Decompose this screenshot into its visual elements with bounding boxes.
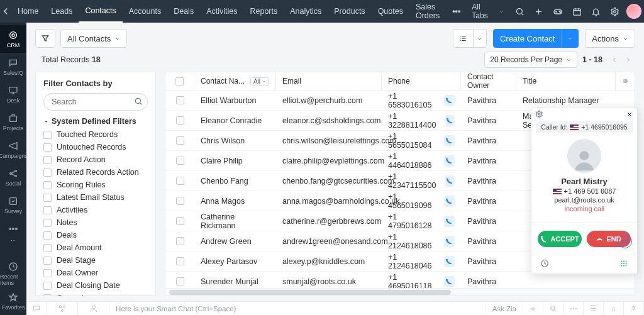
rail-social[interactable]: Social bbox=[0, 163, 26, 191]
back-icon[interactable] bbox=[0, 0, 11, 23]
smart-chat-input[interactable]: Here is your Smart Chat (Ctrl+Space) bbox=[109, 302, 486, 315]
filter-search-input[interactable] bbox=[43, 93, 148, 111]
nav-tab-quotes[interactable]: Quotes bbox=[372, 0, 409, 23]
records-per-page-dropdown[interactable]: 20 Records Per Page bbox=[484, 52, 577, 68]
col-title[interactable]: Title bbox=[516, 72, 616, 90]
row-checkbox[interactable] bbox=[165, 91, 194, 110]
filter-deals[interactable]: Deals bbox=[43, 229, 148, 241]
rail-favorites[interactable]: Favorites bbox=[0, 287, 26, 315]
list-layout-dropdown[interactable] bbox=[473, 29, 487, 48]
rail-projects[interactable]: Projects bbox=[0, 108, 26, 136]
nav-tab-activities[interactable]: Activities bbox=[200, 0, 243, 23]
row-checkbox[interactable] bbox=[165, 231, 194, 251]
phone-icon[interactable] bbox=[444, 276, 455, 287]
nav-tab-home[interactable]: Home bbox=[11, 0, 45, 23]
create-contact-dropdown[interactable] bbox=[562, 29, 579, 48]
rail-survey[interactable]: Survey bbox=[0, 191, 26, 219]
rail-...[interactable]: •••... bbox=[0, 219, 26, 246]
profile-avatar[interactable] bbox=[625, 3, 641, 20]
ask-zia[interactable]: Ask Zia bbox=[486, 302, 523, 315]
filter-record-action[interactable]: Record Action bbox=[43, 153, 148, 166]
sb-icon-2[interactable]: ⧉ bbox=[543, 302, 564, 315]
contacts-icon[interactable] bbox=[78, 302, 109, 315]
select-all-checkbox[interactable] bbox=[165, 72, 194, 90]
phone-icon[interactable] bbox=[444, 135, 455, 146]
search-icon[interactable] bbox=[512, 3, 528, 20]
prev-page-icon[interactable] bbox=[608, 53, 621, 67]
row-checkbox[interactable] bbox=[165, 272, 194, 288]
actions-dropdown[interactable]: Actions bbox=[585, 29, 635, 48]
phone-icon[interactable] bbox=[444, 196, 455, 207]
filter-notes[interactable]: Notes bbox=[43, 216, 148, 229]
col-email[interactable]: Email bbox=[276, 72, 382, 90]
rail-recent-items[interactable]: Recent Items bbox=[0, 260, 26, 287]
accept-call-button[interactable]: ACCEPT bbox=[538, 231, 582, 247]
sb-icon-5[interactable]: ⌂ bbox=[604, 302, 624, 315]
row-checkbox[interactable] bbox=[165, 211, 194, 231]
list-layout-button[interactable] bbox=[453, 29, 473, 48]
filter-deal-closing-date[interactable]: Deal Closing Date bbox=[43, 279, 148, 292]
view-selector[interactable]: All Contacts bbox=[60, 29, 127, 48]
rail-campaigns[interactable]: Campaigns bbox=[0, 136, 26, 163]
chats-icon[interactable] bbox=[26, 302, 47, 315]
phone-icon[interactable] bbox=[444, 256, 455, 267]
sb-icon-4[interactable]: ☰ bbox=[584, 302, 604, 315]
filter-section-header[interactable]: System Defined Filters bbox=[43, 117, 148, 126]
col-name[interactable]: Contact Na... All bbox=[194, 72, 276, 90]
phone-icon[interactable] bbox=[444, 155, 455, 167]
row-checkbox[interactable] bbox=[165, 171, 194, 191]
filter-deal-amount[interactable]: Deal Amount bbox=[43, 241, 148, 254]
row-checkbox[interactable] bbox=[165, 191, 194, 211]
gear-icon[interactable] bbox=[606, 3, 623, 20]
nav-tab-leads[interactable]: Leads bbox=[45, 0, 79, 23]
name-filter-all[interactable]: All bbox=[250, 77, 269, 86]
clock-icon[interactable] bbox=[540, 259, 549, 270]
filter-touched-records[interactable]: Touched Records bbox=[43, 128, 148, 141]
bell-icon[interactable] bbox=[587, 3, 604, 20]
create-contact-button[interactable]: Create Contact bbox=[493, 29, 562, 48]
dialpad-icon[interactable] bbox=[619, 259, 628, 270]
phone-icon[interactable] bbox=[445, 175, 455, 187]
filter-related-records-action[interactable]: Related Records Action bbox=[43, 166, 148, 179]
filter-campaigns[interactable]: Campaigns bbox=[43, 292, 148, 296]
all-tabs-dropdown[interactable]: All Tabs bbox=[467, 3, 509, 20]
nav-tab-sales-orders[interactable]: Sales Orders bbox=[409, 0, 446, 23]
nav-tab-analytics[interactable]: Analytics bbox=[284, 0, 328, 23]
phone-icon[interactable] bbox=[444, 236, 455, 247]
filter-latest-email-status[interactable]: Latest Email Status bbox=[43, 191, 148, 204]
nav-tab-products[interactable]: Products bbox=[328, 0, 371, 23]
call-settings-icon[interactable] bbox=[535, 110, 543, 120]
table-row[interactable]: Surender Munjalsmunjal@roots.co.uk+1 469… bbox=[165, 272, 635, 288]
row-checkbox[interactable] bbox=[165, 131, 194, 150]
row-checkbox[interactable] bbox=[165, 111, 194, 130]
nav-tab-accounts[interactable]: Accounts bbox=[123, 0, 167, 23]
sb-icon-1[interactable]: ⎆ bbox=[523, 302, 543, 315]
link-icon[interactable] bbox=[618, 235, 632, 248]
phone-icon[interactable] bbox=[445, 115, 455, 126]
rail-desk[interactable]: Desk bbox=[0, 80, 26, 108]
col-owner[interactable]: Contact Owner bbox=[461, 72, 516, 90]
nav-tab-deals[interactable]: Deals bbox=[167, 0, 200, 23]
calendar-icon[interactable] bbox=[569, 3, 585, 20]
filter-deal-stage[interactable]: Deal Stage bbox=[43, 254, 148, 267]
row-checkbox[interactable] bbox=[165, 151, 194, 170]
filter-untouched-records[interactable]: Untouched Records bbox=[43, 141, 148, 153]
rail-salesiq[interactable]: SalesIQ bbox=[0, 53, 26, 80]
filter-activities[interactable]: Activities bbox=[43, 204, 148, 216]
horizontal-scrollbar[interactable] bbox=[165, 288, 635, 296]
rail-crm[interactable]: CRM bbox=[0, 25, 26, 53]
gamepad-icon[interactable] bbox=[550, 3, 566, 20]
filter-icon-button[interactable] bbox=[35, 29, 55, 48]
sb-icon-6[interactable]: ? bbox=[624, 302, 644, 315]
nav-tab-reports[interactable]: Reports bbox=[243, 0, 284, 23]
nav-tab-contacts[interactable]: Contacts bbox=[79, 0, 122, 23]
close-icon[interactable] bbox=[626, 111, 633, 120]
sb-icon-3[interactable]: ⋯ bbox=[564, 302, 584, 315]
channels-icon[interactable] bbox=[47, 302, 78, 315]
filter-scoring-rules[interactable]: Scoring Rules bbox=[43, 179, 148, 191]
phone-icon[interactable] bbox=[444, 95, 455, 106]
phone-icon[interactable] bbox=[444, 216, 455, 227]
column-settings-icon[interactable] bbox=[616, 72, 635, 90]
filter-deal-owner[interactable]: Deal Owner bbox=[43, 267, 148, 279]
nav-more[interactable]: ••• bbox=[446, 0, 467, 23]
